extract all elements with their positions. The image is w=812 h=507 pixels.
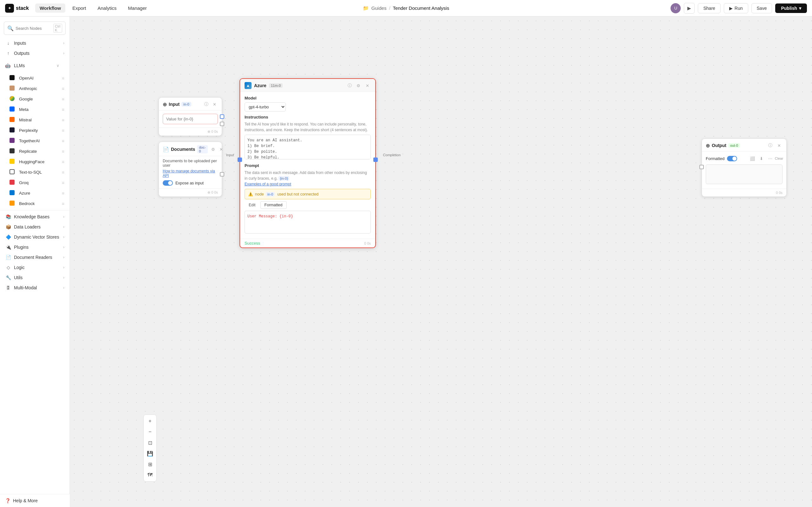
chevron-right-icon: › [63, 265, 64, 270]
input-value-field[interactable] [163, 114, 218, 124]
sidebar-item-mistral[interactable]: Mistral ≡ [0, 115, 69, 125]
instructions-label: Instructions [245, 115, 371, 119]
tab-edit[interactable]: Edit [245, 201, 260, 209]
output-more-button[interactable]: ⋯ [767, 155, 774, 162]
input-node-footer: ⊕ 0 0s [159, 127, 222, 135]
docs-connector-right [220, 172, 224, 176]
sidebar-item-label: HuggingFace [19, 159, 44, 164]
save-button[interactable]: Save [751, 3, 772, 13]
toggle-label: Expose as input [175, 181, 204, 185]
toggle-knob [168, 181, 172, 185]
sidebar-item-bedrock[interactable]: Bedrock ≡ [0, 199, 69, 209]
azure-timer: 0 0s [364, 241, 371, 245]
sidebar-item-data-loaders[interactable]: 📦 Data Loaders › [0, 222, 69, 232]
docs-node-settings-button[interactable]: ⚙ [210, 146, 217, 153]
output-download-button[interactable]: ⬇ [758, 155, 765, 162]
model-select[interactable]: gpt-4-turbo [245, 102, 286, 112]
instructions-desc: Tell the AI how you'd like it to respond… [245, 121, 371, 133]
sidebar-item-logic[interactable]: ◇ Logic › [0, 262, 69, 273]
sidebar-item-label: Multi-Modal [14, 285, 63, 290]
knowledge-bases-icon: 📚 [5, 214, 11, 219]
sidebar-item-utils[interactable]: 🔧 Utils › [0, 273, 69, 283]
sidebar-item-label: Mistral [19, 118, 32, 122]
help-section[interactable]: ❓ Help & More [0, 494, 70, 507]
help-label: Help & More [13, 498, 38, 503]
search-box[interactable]: 🔍 Ctrl K [4, 21, 66, 35]
share-button[interactable]: Share [698, 3, 720, 13]
sidebar-item-dynamic-vector-stores[interactable]: 🔷 Dynamic Vector Stores › [0, 232, 69, 242]
nav-tab-export[interactable]: Export [68, 3, 90, 13]
sidebar-item-label: Groq [19, 180, 29, 185]
sidebar-item-replicate[interactable]: Replicate ≡ [0, 146, 69, 157]
docs-api-link[interactable]: How to manage documents via API [163, 169, 218, 178]
sidebar-item-label: Perplexity [19, 128, 38, 133]
map-button[interactable]: 🗺 [145, 470, 155, 480]
docs-node-close-button[interactable]: ✕ [218, 146, 225, 153]
nav-tab-analytics[interactable]: Analytics [93, 3, 121, 13]
prompt-examples-link[interactable]: Examples of a good prompt [245, 182, 291, 186]
azure-info-button[interactable]: ⓘ [346, 82, 353, 89]
input-node-info-button[interactable]: ⓘ [203, 101, 210, 108]
menu-dots-icon: ≡ [62, 86, 64, 91]
sidebar-item-label: Replicate [19, 149, 37, 154]
grid-button[interactable]: ⊞ [145, 459, 155, 469]
avatar: U [670, 3, 681, 13]
sidebar-item-inputs[interactable]: ↓ Inputs › [0, 38, 69, 48]
play-icon-button[interactable]: ▶ [684, 3, 695, 14]
sidebar-item-document-readers[interactable]: 📄 Document Readers › [0, 252, 69, 262]
sidebar-item-plugins[interactable]: 🔌 Plugins › [0, 242, 69, 252]
instructions-textarea[interactable]: You are an AI assistant. 1) Be brief. 2)… [245, 135, 371, 159]
sidebar-item-meta[interactable]: Meta ≡ [0, 104, 69, 115]
zoom-out-button[interactable]: − [145, 427, 155, 437]
azure-settings-button[interactable]: ⚙ [355, 82, 362, 89]
run-button[interactable]: ▶ Run [724, 3, 748, 13]
warning-icon: ⚠️ [248, 192, 253, 196]
azure-close-button[interactable]: ✕ [364, 82, 371, 89]
meta-icon [9, 107, 16, 112]
llms-label: LLMs [14, 63, 25, 68]
sidebar-item-groq[interactable]: Groq ≡ [0, 177, 69, 188]
fit-button[interactable]: ⊡ [145, 438, 155, 448]
sidebar-section-llms[interactable]: 🤖 LLMs ∨ [0, 58, 69, 73]
canvas-background [70, 16, 812, 507]
azure-node-body: Model gpt-4-turbo Instructions Tell the … [240, 92, 375, 239]
output-node-header: ⊕ Output out-0 ⓘ ✕ [702, 139, 786, 152]
sidebar-item-azure[interactable]: Azure ≡ [0, 188, 69, 199]
prompt-textarea[interactable]: User Message: {in-0} [245, 211, 371, 233]
sidebar-item-google[interactable]: Google ≡ [0, 94, 69, 104]
publish-button[interactable]: Publish ▾ [775, 3, 807, 13]
azure-large-icon: ▲ [245, 82, 252, 89]
formatted-toggle[interactable] [727, 156, 737, 161]
azure-connector-left [238, 158, 242, 162]
sidebar-item-outputs[interactable]: ↑ Outputs › [0, 48, 69, 58]
menu-dots-icon: ≡ [62, 149, 64, 154]
sidebar-item-together[interactable]: TogetherAI ≡ [0, 135, 69, 146]
menu-dots-icon: ≡ [62, 128, 64, 133]
top-nav: ✦ stack Workflow Export Analytics Manage… [0, 0, 812, 16]
menu-dots-icon: ≡ [62, 180, 64, 185]
sidebar-item-perplexity[interactable]: Perplexity ≡ [0, 125, 69, 135]
sidebar-item-anthropic[interactable]: Anthropic ≡ [0, 83, 69, 94]
output-textarea[interactable] [706, 164, 782, 184]
expose-input-toggle[interactable] [163, 180, 173, 186]
azure-icon [9, 190, 16, 196]
nav-tab-manager[interactable]: Manager [124, 3, 151, 13]
sidebar-item-huggingface[interactable]: HuggingFace ≡ [0, 157, 69, 167]
output-copy-button[interactable]: ⬜ [749, 155, 756, 162]
nav-tab-workflow[interactable]: Workflow [35, 3, 65, 13]
search-input[interactable] [15, 26, 51, 31]
texttosql-icon [9, 169, 16, 175]
input-node-close-button[interactable]: ✕ [211, 101, 218, 108]
save-view-button[interactable]: 💾 [145, 448, 155, 458]
breadcrumb-parent[interactable]: Guides [371, 5, 387, 11]
output-close-button[interactable]: ✕ [775, 142, 782, 149]
sidebar-item-multimodal[interactable]: 🎛 Multi-Modal › [0, 283, 69, 293]
output-clear-button[interactable]: Clear [775, 155, 782, 162]
zoom-in-button[interactable]: + [145, 416, 155, 426]
sidebar-item-openai[interactable]: OpenAI ≡ [0, 73, 69, 83]
logo-icon: ✦ [5, 4, 14, 13]
output-info-button[interactable]: ⓘ [767, 142, 774, 149]
tab-formatted[interactable]: Formatted [260, 201, 287, 209]
sidebar-item-texttosql[interactable]: Text-to-SQL ≡ [0, 167, 69, 177]
sidebar-item-knowledge-bases[interactable]: 📚 Knowledge Bases › [0, 212, 69, 222]
